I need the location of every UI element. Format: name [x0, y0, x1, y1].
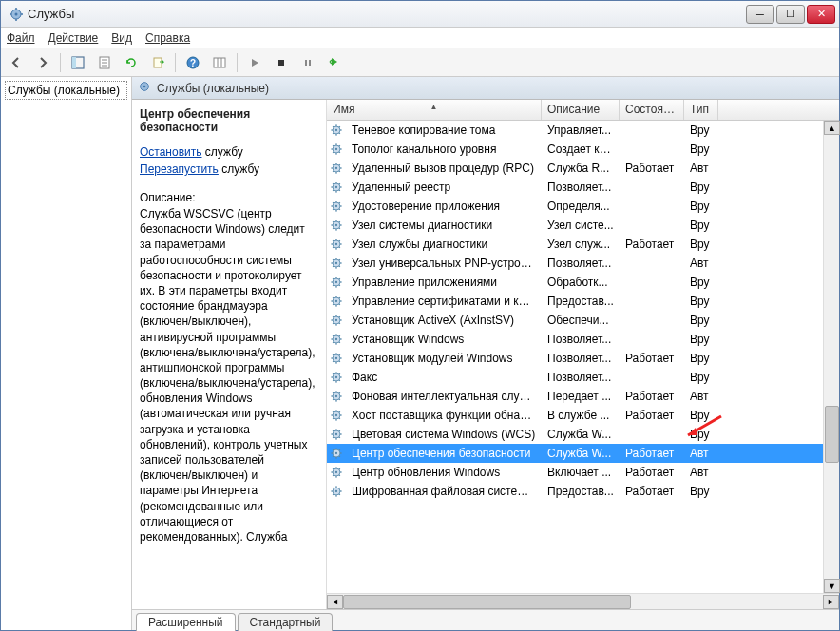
- svg-line-199: [333, 449, 334, 450]
- titlebar[interactable]: Службы ─ ☐ ✕: [1, 1, 839, 28]
- service-row[interactable]: Узел универсальных PNP-устройствПозволяе…: [327, 254, 823, 273]
- close-button[interactable]: ✕: [807, 5, 835, 24]
- menu-action[interactable]: Действие: [48, 31, 99, 45]
- cell-state: Работает: [620, 390, 684, 403]
- service-icon: [327, 181, 346, 194]
- list-header: Имя▲ Описание Состояние Тип: [327, 100, 839, 121]
- start-service-button[interactable]: [243, 51, 266, 74]
- svg-line-51: [339, 164, 340, 165]
- service-icon: [327, 390, 346, 403]
- cell-type: Вру: [684, 428, 718, 441]
- list-body[interactable]: Теневое копирование томаУправляет...ВруТ…: [327, 121, 823, 593]
- scroll-left-button[interactable]: ◄: [327, 595, 343, 609]
- column-header-description[interactable]: Описание: [542, 100, 620, 120]
- maximize-button[interactable]: ☐: [776, 5, 805, 24]
- service-icon: [327, 143, 346, 156]
- svg-line-132: [333, 323, 334, 324]
- service-row[interactable]: Теневое копирование томаУправляет...Вру: [327, 121, 823, 140]
- scroll-down-button[interactable]: ▼: [824, 579, 840, 593]
- service-row[interactable]: Хост поставщика функции обнаруженияВ слу…: [327, 406, 823, 425]
- service-icon: [327, 466, 346, 479]
- service-icon: [327, 333, 346, 346]
- restart-service-link[interactable]: Перезапустить: [140, 163, 219, 176]
- service-row[interactable]: Удаленный реестрПозволяет...Вру: [327, 178, 823, 197]
- help-button[interactable]: ?: [181, 51, 204, 74]
- svg-line-201: [339, 449, 340, 450]
- scroll-up-button[interactable]: ▲: [824, 121, 840, 135]
- scroll-right-button[interactable]: ►: [823, 595, 839, 609]
- column-header-name[interactable]: Имя▲: [327, 100, 542, 120]
- svg-line-190: [339, 437, 340, 438]
- svg-line-192: [333, 437, 334, 438]
- cell-name: Удаленный реестр: [346, 181, 542, 194]
- show-hide-tree-button[interactable]: [67, 51, 89, 74]
- service-row[interactable]: Шифрованная файловая система (EFS)Предос…: [327, 482, 823, 501]
- svg-text:?: ?: [190, 58, 196, 68]
- cell-state: Работает: [620, 162, 684, 175]
- nav-back-button[interactable]: [5, 51, 28, 74]
- service-row[interactable]: Узел службы диагностикиУзел служ...Работ…: [327, 235, 823, 254]
- svg-rect-15: [214, 58, 225, 67]
- tab-standard[interactable]: Стандартный: [238, 613, 334, 631]
- vertical-scrollbar[interactable]: ▲ ▼: [823, 121, 839, 593]
- menu-file[interactable]: Файл: [7, 31, 35, 45]
- horizontal-scrollbar[interactable]: ◄ ►: [327, 593, 839, 609]
- minimize-button[interactable]: ─: [746, 5, 774, 24]
- service-row[interactable]: Установщик модулей WindowsПозволяет...Ра…: [327, 349, 823, 368]
- svg-line-61: [339, 183, 340, 184]
- service-icon: [327, 238, 346, 251]
- svg-line-212: [333, 475, 334, 476]
- properties-button[interactable]: [93, 51, 116, 74]
- service-row[interactable]: Удостоверение приложенияОпределя...Вру: [327, 197, 823, 216]
- svg-line-120: [339, 304, 340, 305]
- stop-service-link[interactable]: Остановить: [140, 145, 202, 159]
- cell-name: Узел системы диагностики: [346, 219, 542, 232]
- service-row[interactable]: Цветовая система Windows (WCS)Служба W..…: [327, 425, 823, 444]
- console-tree[interactable]: Службы (локальные): [1, 77, 132, 630]
- column-header-state[interactable]: Состояние: [620, 100, 684, 120]
- cell-name: Теневое копирование тома: [346, 124, 542, 137]
- pause-service-button[interactable]: [296, 51, 319, 74]
- service-row[interactable]: ФаксПозволяет...Вру: [327, 368, 823, 387]
- svg-line-139: [333, 335, 334, 336]
- service-row[interactable]: Управление приложениямиОбработк...Вру: [327, 273, 823, 292]
- nav-forward-button[interactable]: [31, 51, 54, 74]
- svg-point-174: [335, 414, 337, 416]
- svg-line-222: [333, 494, 334, 495]
- cell-description: Создает ка...: [542, 143, 620, 156]
- description-text: Служба WSCSVC (центр безопасности Window…: [140, 206, 318, 545]
- service-row[interactable]: Центр обеспечения безопасностиСлужба W..…: [327, 444, 823, 463]
- restart-service-button[interactable]: [323, 51, 346, 74]
- service-row[interactable]: Центр обновления WindowsВключает ...Рабо…: [327, 463, 823, 482]
- service-row[interactable]: Тополог канального уровняСоздает ка...Вр…: [327, 140, 823, 159]
- column-header-type[interactable]: Тип: [684, 100, 718, 120]
- pane-title: Службы (локальные): [157, 82, 269, 95]
- service-icon: [327, 485, 346, 498]
- service-row[interactable]: Узел системы диагностикиУзел систе...Вру: [327, 216, 823, 235]
- export-button[interactable]: [146, 51, 169, 74]
- refresh-button[interactable]: [120, 51, 143, 74]
- description-label: Описание:: [140, 191, 318, 204]
- service-row[interactable]: Удаленный вызов процедур (RPC)Служба R..…: [327, 159, 823, 178]
- tab-extended[interactable]: Расширенный: [136, 613, 236, 631]
- cell-state: Работает: [620, 447, 684, 460]
- svg-line-50: [339, 171, 340, 172]
- scrollbar-thumb[interactable]: [825, 406, 839, 463]
- scrollbar-thumb[interactable]: [343, 595, 631, 609]
- svg-point-44: [335, 167, 337, 169]
- svg-rect-19: [305, 60, 307, 66]
- service-row[interactable]: Установщик ActiveX (AxInstSV)Обеспечи...…: [327, 311, 823, 330]
- menu-help[interactable]: Справка: [145, 31, 190, 45]
- cell-name: Установщик ActiveX (AxInstSV): [346, 314, 542, 327]
- svg-line-172: [333, 399, 334, 400]
- svg-rect-12: [154, 58, 162, 67]
- svg-line-142: [333, 342, 334, 343]
- menu-view[interactable]: Вид: [111, 31, 132, 45]
- service-row[interactable]: Фоновая интеллектуальная служба пер...Пе…: [327, 387, 823, 406]
- columns-button[interactable]: [208, 51, 231, 74]
- service-row[interactable]: Установщик WindowsПозволяет...Вру: [327, 330, 823, 349]
- cell-name: Управление сертификатами и ключом ...: [346, 295, 542, 308]
- stop-service-button[interactable]: [270, 51, 293, 74]
- tree-item-services-local[interactable]: Службы (локальные): [5, 81, 127, 100]
- service-row[interactable]: Управление сертификатами и ключом ...Пре…: [327, 292, 823, 311]
